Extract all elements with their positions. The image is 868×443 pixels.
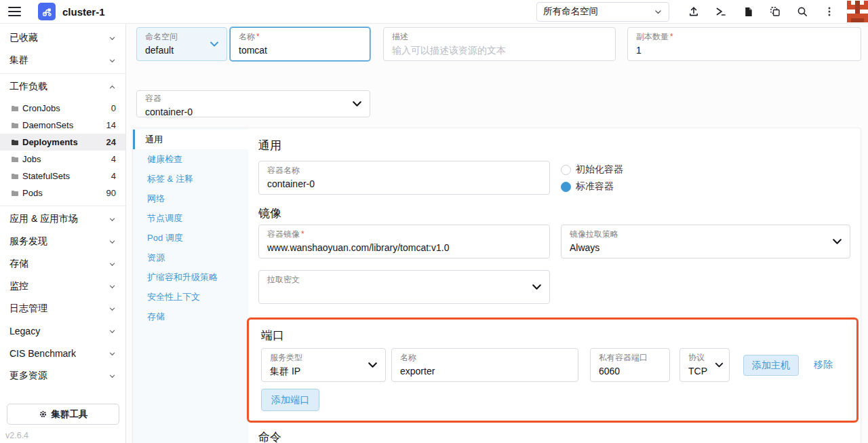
sidebar-item-statefulsets[interactable]: StatefulSets 4 (0, 168, 125, 185)
replicas-value: 1 (636, 43, 854, 57)
cluster-logo-icon[interactable] (38, 3, 56, 20)
chevron-down-icon (654, 7, 663, 16)
shell-terminal-icon[interactable] (707, 0, 734, 23)
chevron-down-icon (367, 360, 378, 371)
sidebar-item-favorites[interactable]: 已收藏 (0, 29, 125, 47)
main-content: 命名空间 default 名称* tomcat 描述 输入可以描述该资源的文本 … (126, 24, 868, 443)
chevron-down-icon (108, 283, 116, 290)
name-value: tomcat (239, 43, 363, 57)
sidebar-item-deployments[interactable]: Deployments 24 (0, 134, 125, 151)
sidebar-item-pods[interactable]: Pods 90 (0, 185, 125, 201)
sidebar-item-logging[interactable]: 日志管理 (0, 300, 125, 317)
tab-resources[interactable]: 资源 (133, 248, 248, 267)
pull-secret-select[interactable]: 拉取密文 (258, 270, 550, 304)
sidebar-item-workloads[interactable]: 工作负载 (0, 78, 125, 96)
pull-policy-select[interactable]: 镜像拉取策略 Always (561, 225, 850, 258)
sidebar-item-cluster[interactable]: 集群 (0, 52, 125, 69)
namespace-filter-select[interactable]: 所有命名空间 (536, 2, 669, 22)
sidebar-item-jobs[interactable]: Jobs 4 (0, 151, 125, 168)
radio-init-container[interactable]: 初始化容器 (561, 163, 623, 176)
sidebar-item-apps[interactable]: 应用 & 应用市场 (0, 210, 125, 228)
tab-general[interactable]: 通用 (133, 130, 248, 149)
chevron-down-icon (108, 350, 116, 358)
port-name-input[interactable]: 名称 exporter (391, 348, 578, 382)
tab-network[interactable]: 网络 (133, 189, 248, 208)
chevron-down-icon (108, 216, 116, 223)
sidebar-item-storage[interactable]: 存储 (0, 255, 125, 273)
chevron-down-icon (108, 35, 116, 42)
radio-icon (561, 165, 571, 175)
tab-node-scheduling[interactable]: 节点调度 (133, 208, 248, 228)
tab-pod-scheduling[interactable]: Pod 调度 (133, 228, 248, 248)
add-port-button[interactable]: 添加端口 (261, 389, 319, 411)
description-placeholder: 输入可以描述该资源的文本 (392, 43, 608, 57)
divider (0, 73, 125, 74)
namespace-select[interactable]: 命名空间 default (136, 27, 227, 61)
chevron-down-icon (108, 305, 116, 313)
ports-section-title: 端口 (261, 328, 844, 344)
private-port-input[interactable]: 私有容器端口 6060 (590, 348, 670, 382)
radio-icon (561, 182, 571, 192)
sidebar-item-monitoring[interactable]: 监控 (0, 277, 125, 295)
chevron-down-icon (351, 98, 363, 110)
app-root: cluster-1 所有命名空间 (0, 0, 868, 443)
config-tab-list: 通用 健康检查 标签 & 注释 网络 节点调度 Pod 调度 资源 扩缩容和升级… (133, 128, 248, 443)
chevron-down-icon (209, 39, 220, 50)
tab-health-check[interactable]: 健康检查 (133, 149, 248, 169)
folder-icon (11, 139, 19, 146)
general-section-title: 通用 (258, 138, 850, 154)
tab-labels-annotations[interactable]: 标签 & 注释 (133, 169, 248, 189)
folder-icon (11, 156, 19, 163)
cluster-tools-button[interactable]: 集群工具 (7, 404, 119, 425)
namespace-filter-value: 所有命名空间 (543, 5, 598, 18)
cluster-name: cluster-1 (62, 6, 105, 18)
replicas-input[interactable]: 副本数量* 1 (627, 27, 861, 61)
version-label: v2.6.4 (5, 431, 125, 440)
top-header: cluster-1 所有命名空间 (0, 0, 868, 24)
image-section-title: 镜像 (258, 206, 850, 222)
sidebar-item-cis-benchmark[interactable]: CIS Benchmark (0, 345, 125, 362)
chevron-down-icon (108, 238, 116, 246)
container-config-card: 通用 健康检查 标签 & 注释 网络 节点调度 Pod 调度 资源 扩缩容和升级… (132, 128, 861, 443)
chevron-down-icon (108, 57, 116, 64)
tab-storage[interactable]: 存储 (133, 307, 248, 326)
sidebar: 已收藏 集群 工作负载 CronJobs 0 (0, 24, 126, 443)
sidebar-item-service-discovery[interactable]: 服务发现 (0, 233, 125, 250)
radio-standard-container[interactable]: 标准容器 (561, 180, 623, 193)
gear-icon (39, 410, 47, 419)
chevron-down-icon (531, 282, 542, 293)
copy-icon[interactable] (762, 0, 789, 23)
folder-icon (11, 105, 19, 112)
folder-icon (11, 122, 19, 129)
divider (0, 206, 125, 206)
container-select-value: container-0 (145, 105, 363, 119)
container-select[interactable]: 容器 container-0 (136, 90, 370, 117)
folder-icon (11, 190, 19, 197)
file-icon[interactable] (734, 0, 762, 23)
container-image-input[interactable]: 容器镜像* www.wanshaoyuan.com/library/tomcat… (258, 225, 550, 258)
sidebar-item-daemonsets[interactable]: DaemonSets 14 (0, 117, 125, 134)
chevron-down-icon (831, 236, 843, 248)
protocol-select[interactable]: 协议 TCP (679, 348, 730, 382)
upload-icon[interactable] (680, 0, 707, 23)
ports-highlight-box: 端口 服务类型 集群 IP 名称 exporter (247, 317, 859, 423)
avatar[interactable] (847, 1, 868, 22)
sidebar-item-cronjobs[interactable]: CronJobs 0 (0, 100, 125, 117)
chevron-down-icon (108, 328, 116, 335)
add-host-button[interactable]: 添加主机 (743, 355, 799, 376)
remove-port-button[interactable]: 移除 (814, 359, 833, 371)
container-name-input[interactable]: 容器名称 container-0 (258, 161, 550, 195)
search-icon[interactable] (789, 0, 816, 23)
tab-scaling-upgrade-policy[interactable]: 扩缩容和升级策略 (133, 267, 248, 287)
name-input[interactable]: 名称* tomcat (230, 27, 370, 61)
hamburger-menu-icon[interactable] (8, 2, 27, 21)
command-section-title: 命令 (258, 429, 850, 443)
description-input[interactable]: 描述 输入可以描述该资源的文本 (383, 27, 616, 61)
chevron-up-icon (108, 83, 116, 91)
tab-security-context[interactable]: 安全性上下文 (133, 287, 248, 307)
sidebar-item-legacy[interactable]: Legacy (0, 322, 125, 340)
kebab-menu-icon[interactable] (816, 0, 843, 23)
chevron-down-icon (108, 261, 116, 268)
sidebar-item-more-resources[interactable]: 更多资源 (0, 367, 125, 385)
service-type-select[interactable]: 服务类型 集群 IP (261, 348, 386, 382)
